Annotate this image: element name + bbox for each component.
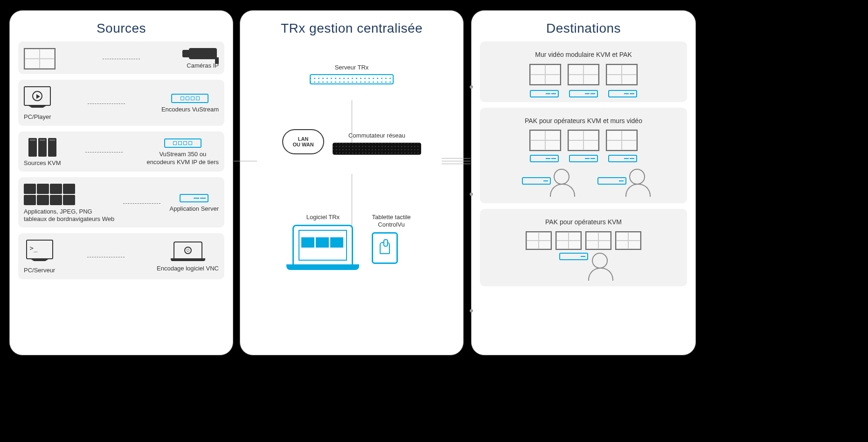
encoder-icon [171, 94, 208, 103]
sources-column: Sources Caméras IP PC/Player Encodeurs V… [9, 10, 233, 355]
cloud-icon: LAN OU WAN [282, 129, 324, 154]
appserver-icon [180, 194, 208, 202]
laptop-icon [174, 242, 202, 259]
screen-icon [615, 231, 641, 250]
screen-icon [529, 130, 561, 151]
terminal-icon: >_ [26, 240, 53, 259]
screen-icon [529, 64, 561, 85]
trx-server-icon [310, 74, 394, 84]
apps-icon [24, 184, 80, 205]
screen-icon [568, 64, 599, 85]
rack-icon [559, 253, 588, 260]
videowall-icon [24, 48, 56, 69]
rack-icon [569, 155, 598, 162]
tablet-icon [372, 232, 398, 264]
destinations-column: Destinations Mur vidéo modulaire KVM et … [471, 10, 696, 355]
camera-label: Caméras IP [187, 62, 219, 69]
dest3-title: PAK pour opérateurs KVM [486, 218, 681, 227]
rack-icon [608, 155, 637, 162]
rack-icon [530, 90, 559, 97]
vnc-label: Encodage logiciel VNC [157, 265, 219, 272]
source-vnc: >_ PC/Serveur Encodage logiciel VNC [18, 233, 224, 279]
source-cameras: Caméras IP [18, 41, 224, 74]
center-column: TRx gestion centralisée Serveur TRx LAN … [240, 10, 464, 355]
touch-icon [380, 242, 390, 254]
laptop-software-icon [292, 225, 353, 266]
pcplayer-label: PC/Player [24, 113, 51, 121]
screen-icon [568, 130, 599, 151]
rack-icon [522, 177, 551, 185]
monitor-icon [24, 86, 51, 106]
sources-title: Sources [10, 21, 233, 36]
rack-icon [608, 90, 637, 97]
dest-pak-operators: PAK pour opérateurs KVM et murs vidéo [480, 108, 687, 204]
rack-icon [597, 177, 626, 185]
vustream-label: VuStream 350 ou encodeurs KVM IP de tier… [147, 151, 219, 166]
trxserver-label: Serveur TRx [240, 64, 463, 71]
screen-icon [585, 231, 611, 250]
dest-title: Destinations [472, 21, 695, 36]
source-kvm: Sources KVM VuStream 350 ou encodeurs KV… [18, 131, 224, 172]
rack-icon [569, 90, 598, 97]
pcserver-label: PC/Serveur [24, 267, 55, 274]
tablet-label: Tablette tactile ControlVu [372, 214, 410, 229]
screen-icon [606, 64, 638, 85]
software-label: Logiciel TRx [292, 214, 353, 221]
screen-icon [526, 231, 552, 250]
camera-icon [189, 48, 217, 59]
center-title: TRx gestion centralisée [240, 21, 463, 36]
operator-icon [554, 169, 569, 185]
apps-label: Applications, JPEG, PNG tableaux de bord… [24, 208, 114, 223]
dest-modular-wall: Mur vidéo modulaire KVM et PAK [480, 41, 687, 102]
switch-label: Commutateur réseau [333, 132, 421, 139]
operator-icon [592, 253, 608, 269]
servers-icon [28, 138, 56, 157]
screen-icon [556, 231, 582, 250]
encoder-icon [164, 138, 201, 148]
rack-icon [530, 155, 559, 162]
source-apps: Applications, JPEG, PNG tableaux de bord… [18, 177, 224, 228]
screen-icon [606, 130, 638, 151]
dest1-title: Mur vidéo modulaire KVM et PAK [486, 51, 681, 59]
dest2-title: PAK pour opérateurs KVM et murs vidéo [486, 117, 681, 125]
encoder-label: Encodeurs VuStream [161, 106, 219, 113]
source-pcplayer: PC/Player Encodeurs VuStream [18, 80, 224, 125]
network-switch-icon [333, 143, 421, 155]
kvm-label: Sources KVM [24, 159, 61, 167]
dest-pak-kvm: PAK pour opérateurs KVM [480, 209, 687, 286]
appserver-label: Application Server [169, 205, 219, 213]
operator-icon [629, 169, 645, 185]
